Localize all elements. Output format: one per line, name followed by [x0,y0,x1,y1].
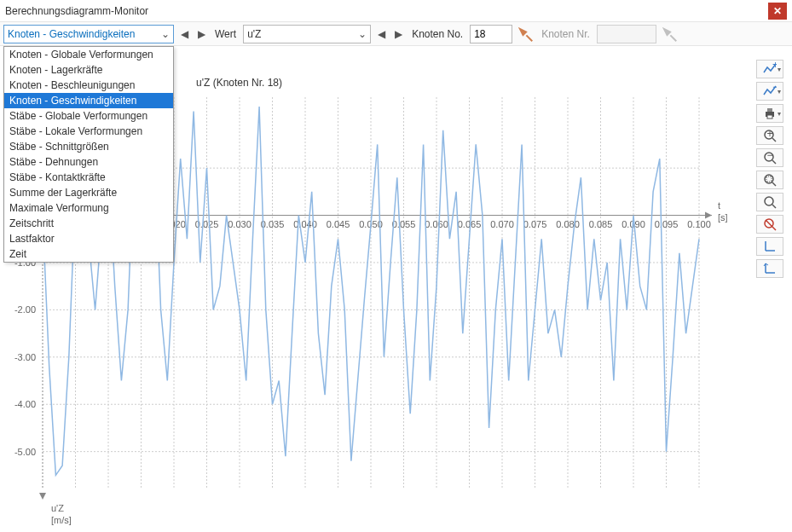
wert-combo-text: u'Z [247,28,261,40]
svg-text:0.055: 0.055 [392,219,416,229]
pick-node-button-disabled [660,25,679,43]
svg-marker-57 [39,493,46,500]
svg-text:0.045: 0.045 [327,219,350,229]
dropdown-item[interactable]: Maximale Verformung [4,200,173,216]
type-next-button[interactable]: ▶ [194,25,208,43]
svg-text:0.100: 0.100 [687,219,711,229]
svg-text:0.060: 0.060 [425,219,448,229]
type-combo[interactable]: Knoten - Geschwindigkeiten ⌄ [3,25,174,43]
svg-rect-66 [767,108,772,112]
axes-xy-button[interactable] [756,237,783,256]
svg-text:0.075: 0.075 [523,219,547,229]
knoten-nr-field [597,25,656,43]
dropdown-item[interactable]: Knoten - Beschleunigungen [4,78,173,93]
svg-text:[s]: [s] [718,212,728,223]
wert-label: Wert [211,28,240,40]
svg-line-81 [766,220,772,227]
svg-text:0.035: 0.035 [261,219,285,229]
svg-text:-4.00: -4.00 [14,399,36,409]
svg-line-80 [772,227,776,230]
svg-line-69 [772,138,776,142]
print-button[interactable] [756,104,783,123]
title-bar: Berechnungsdiagramm-Monitor ✕ [0,0,792,22]
dropdown-item[interactable]: Zeit [4,246,173,262]
svg-text:[m/s]: [m/s] [51,515,72,525]
zoom-out-button[interactable]: − [756,148,783,167]
svg-text:+: + [772,62,777,71]
svg-rect-67 [767,115,772,119]
dropdown-item[interactable]: Stäbe - Lokale Verformungen [4,124,173,139]
type-prev-button[interactable]: ◀ [177,25,191,43]
knoten-no-input[interactable] [470,25,512,43]
knoten-no-label: Knoten No. [408,28,466,40]
dropdown-item[interactable]: Knoten - Lagerkräfte [4,62,173,78]
zoom-window-button[interactable] [756,171,783,189]
close-button[interactable]: ✕ [768,3,787,20]
dropdown-item[interactable]: Stäbe - Kontaktkräfte [4,170,173,185]
wert-next-button[interactable]: ▶ [391,25,405,43]
svg-text:−: − [767,151,773,161]
svg-text:+: + [767,129,773,140]
wert-prev-button[interactable]: ◀ [374,25,388,43]
svg-text:0.065: 0.065 [458,219,482,229]
svg-text:-3.00: -3.00 [14,352,36,362]
svg-text:−: − [772,84,777,93]
dropdown-item[interactable]: Zeitschritt [4,216,173,231]
svg-text:0.095: 0.095 [655,219,679,229]
knoten-nr-label: Knoten Nr. [538,28,593,40]
svg-line-0 [527,35,533,41]
dropdown-item[interactable]: Knoten - Geschwindigkeiten [4,93,173,108]
zoom-reset-button[interactable] [756,215,783,234]
svg-text:u'Z: u'Z [51,503,64,513]
svg-line-78 [772,205,776,208]
zoom-in-button[interactable]: + [756,126,783,145]
dropdown-item[interactable]: Stäbe - Schnittgrößen [4,139,173,154]
svg-rect-76 [766,176,772,182]
chevron-down-icon: ⌄ [358,28,367,40]
dropdown-item[interactable]: Summe der Lagerkräfte [4,185,173,200]
window-title: Berechnungsdiagramm-Monitor [5,5,768,17]
svg-text:t: t [718,200,720,211]
svg-line-75 [772,182,776,186]
svg-text:0.070: 0.070 [490,219,514,229]
type-combo-text: Knoten - Geschwindigkeiten [8,28,135,40]
svg-text:0.030: 0.030 [228,219,251,229]
svg-point-77 [765,197,773,205]
svg-marker-56 [705,212,712,219]
side-toolbar: + − + − [753,60,787,278]
toolbar: Knoten - Geschwindigkeiten ⌄ ◀ ▶ Wert u'… [0,22,792,46]
svg-text:0.080: 0.080 [556,219,580,229]
add-chart-button[interactable]: + [756,60,783,78]
zoom-fit-button[interactable] [756,193,783,211]
remove-chart-button[interactable]: − [756,82,783,101]
pick-node-button[interactable] [516,25,535,43]
svg-text:0.085: 0.085 [589,219,613,229]
dropdown-item[interactable]: Stäbe - Globale Verformungen [4,108,173,124]
svg-line-72 [772,160,776,164]
svg-text:-2.00: -2.00 [14,304,36,315]
svg-line-1 [670,35,676,41]
dropdown-item[interactable]: Stäbe - Dehnungen [4,154,173,170]
chevron-down-icon: ⌄ [161,28,170,40]
svg-text:-5.00: -5.00 [14,447,36,457]
type-dropdown: Knoten - Globale VerformungenKnoten - La… [3,46,174,263]
dropdown-item[interactable]: Knoten - Globale Verformungen [4,47,173,62]
wert-combo[interactable]: u'Z ⌄ [243,25,371,43]
dropdown-item[interactable]: Lastfaktor [4,231,173,246]
axes-flip-button[interactable] [756,259,783,278]
